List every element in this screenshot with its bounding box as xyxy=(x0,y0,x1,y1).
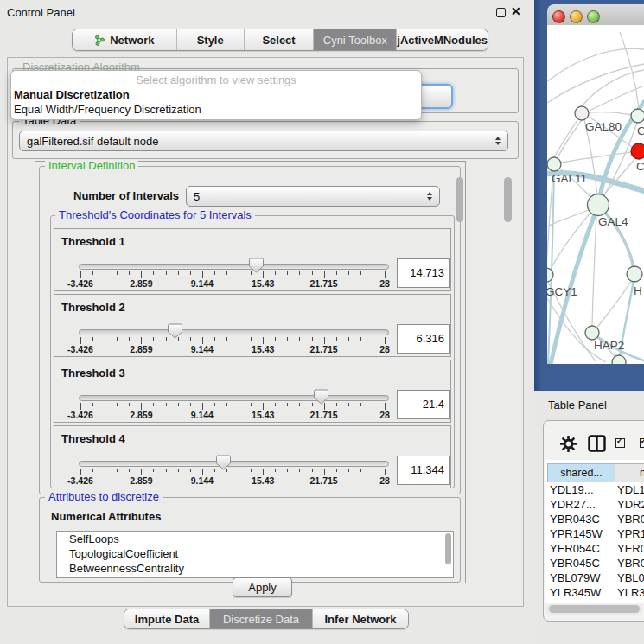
table-row[interactable]: YPR145WYPR1 xyxy=(545,526,644,541)
slider-tick xyxy=(226,469,227,472)
network-node-HAP2[interactable] xyxy=(585,326,599,340)
table-row[interactable]: YER054CYER0 xyxy=(545,541,644,556)
table-rows: YDL19...YDL1YDR27...YDR2YBR043CYBR0YPR14… xyxy=(545,482,644,603)
cyni-bottom-tabbar: Impute Data Discretize Data Infer Networ… xyxy=(124,609,409,629)
tab-jactivemnodules[interactable]: jActiveMNodules xyxy=(396,29,488,50)
slider-tick xyxy=(324,403,325,410)
slider-tick xyxy=(275,271,276,275)
table-data-combobox[interactable]: galFiltered.sif default node xyxy=(19,131,508,151)
attributes-list-scrollbar[interactable] xyxy=(445,533,451,564)
threshold-slider-track[interactable] xyxy=(79,461,389,467)
slider-tick xyxy=(105,337,105,341)
close-traffic-light[interactable] xyxy=(552,10,565,23)
tab-network[interactable]: Network xyxy=(73,29,176,50)
zoom-traffic-light[interactable] xyxy=(587,10,600,23)
slider-tick-label: 15.43 xyxy=(237,475,289,486)
cell-name: YPR1 xyxy=(617,526,644,541)
popup-option-equal-width-frequency[interactable]: Equal Width/Frequency Discretization xyxy=(14,103,201,116)
table-hscrollbar[interactable] xyxy=(549,605,640,613)
gear-icon[interactable] xyxy=(560,436,577,452)
tab-style[interactable]: Style xyxy=(176,29,244,50)
slider-tick xyxy=(80,469,81,475)
slider-tick xyxy=(385,403,386,410)
threshold-value-field[interactable]: 6.316 xyxy=(397,324,450,354)
slider-tick xyxy=(360,337,361,341)
threshold-slider-track[interactable] xyxy=(79,264,389,270)
slider-tick xyxy=(105,469,105,472)
cell-shared-name: YIL053C xyxy=(550,600,594,603)
slider-tick xyxy=(178,469,179,472)
slider-tick xyxy=(348,337,349,341)
table-row[interactable]: YBL079WYBL0 xyxy=(545,571,644,585)
tab-cyni-toolbox[interactable]: Cyni Toolbox xyxy=(313,29,396,50)
table-row[interactable]: YIL053CYIL0 xyxy=(545,600,644,603)
panel-scrollbar[interactable] xyxy=(504,177,512,222)
network-node-label: GAL80 xyxy=(585,120,622,133)
slider-tick-labels: -3.4262.8599.14415.4321.71528 xyxy=(54,278,450,289)
threshold-value-field[interactable]: 21.4 xyxy=(397,390,450,419)
apply-button[interactable]: Apply xyxy=(233,577,292,597)
numerical-attribute-item[interactable]: TopologicalCoefficient xyxy=(57,546,453,561)
slider-tick xyxy=(117,403,118,406)
slider-tick-label: 9.144 xyxy=(176,344,228,354)
slider-tick-label: 21.715 xyxy=(298,278,350,289)
slider-tick xyxy=(92,337,93,341)
slider-tick xyxy=(178,403,179,406)
network-node-GAL-partial[interactable] xyxy=(631,109,644,123)
slider-tick xyxy=(373,403,373,406)
slider-tick xyxy=(141,337,142,344)
numerical-attribute-item[interactable]: BetweennessCentrality xyxy=(57,561,453,576)
network-node-red-node[interactable] xyxy=(631,143,644,159)
slider-tick-label: 21.715 xyxy=(298,475,350,486)
minimize-traffic-light[interactable] xyxy=(570,10,583,23)
split-columns-icon[interactable] xyxy=(588,435,606,453)
slider-tick xyxy=(385,337,386,344)
slider-tick xyxy=(239,271,239,275)
close-icon[interactable]: ✕ xyxy=(511,4,521,18)
slider-tick xyxy=(299,271,300,275)
table-row[interactable]: YLR345WYLR3 xyxy=(545,585,644,600)
slider-tick xyxy=(360,403,361,406)
table-row[interactable]: YBR045CYBR0 xyxy=(545,556,644,571)
network-canvas[interactable]: GAL80GACGAL11GAL4GCY1HHAP2 xyxy=(547,25,644,364)
tab-infer-network[interactable]: Infer Network xyxy=(312,609,408,628)
slider-tick xyxy=(287,271,288,275)
checkbox-icon[interactable] xyxy=(615,438,625,448)
float-window-icon[interactable] xyxy=(496,8,506,17)
tab-select[interactable]: Select xyxy=(244,29,314,50)
network-icon xyxy=(94,35,105,46)
table-row[interactable]: YDR27...YDR2 xyxy=(545,497,644,512)
threshold-slider-track[interactable] xyxy=(79,395,389,401)
slider-tick xyxy=(239,469,239,472)
cell-shared-name: YDR27... xyxy=(550,497,596,512)
cell-name: YDL1 xyxy=(617,482,644,497)
table-row[interactable]: YDL19...YDL1 xyxy=(545,482,644,497)
network-node-label: GAL11 xyxy=(552,172,587,185)
viewport-scrollbar[interactable] xyxy=(456,177,463,222)
column-header-name[interactable]: na xyxy=(615,463,644,483)
checkbox-icon[interactable] xyxy=(640,438,644,448)
threshold-slider-track[interactable] xyxy=(79,329,389,335)
number-of-intervals-combobox[interactable]: 5 xyxy=(186,186,440,207)
slider-tick xyxy=(373,271,373,275)
network-node-GAL11[interactable] xyxy=(547,157,561,171)
attributes-group: Numerical Attributes SelfLoopsTopologica… xyxy=(39,497,461,583)
cell-name: YBL0 xyxy=(617,571,644,585)
numerical-attribute-item[interactable]: SelfLoops xyxy=(57,532,453,546)
network-node-GAL80[interactable] xyxy=(575,106,589,120)
column-header-shared[interactable]: shared... xyxy=(547,463,615,483)
table-row[interactable]: YBR043CYBR0 xyxy=(545,512,644,526)
slider-tick xyxy=(348,469,349,472)
cell-shared-name: YPR145W xyxy=(550,526,603,541)
tab-impute-data[interactable]: Impute Data xyxy=(124,609,209,628)
network-node-GAL4[interactable] xyxy=(588,194,609,216)
network-node-bottom-node[interactable] xyxy=(612,355,626,364)
popup-option-manual-discretization[interactable]: Manual Discretization xyxy=(14,88,130,101)
slider-tick xyxy=(299,469,300,472)
threshold-value-field[interactable]: 14.713 xyxy=(397,258,450,288)
network-node-H-partial[interactable] xyxy=(627,266,642,282)
tab-discretize-data[interactable]: Discretize Data xyxy=(209,609,312,628)
slider-tick xyxy=(373,337,373,341)
threshold-value-field[interactable]: 11.344 xyxy=(397,456,450,485)
slider-tick xyxy=(214,271,215,275)
